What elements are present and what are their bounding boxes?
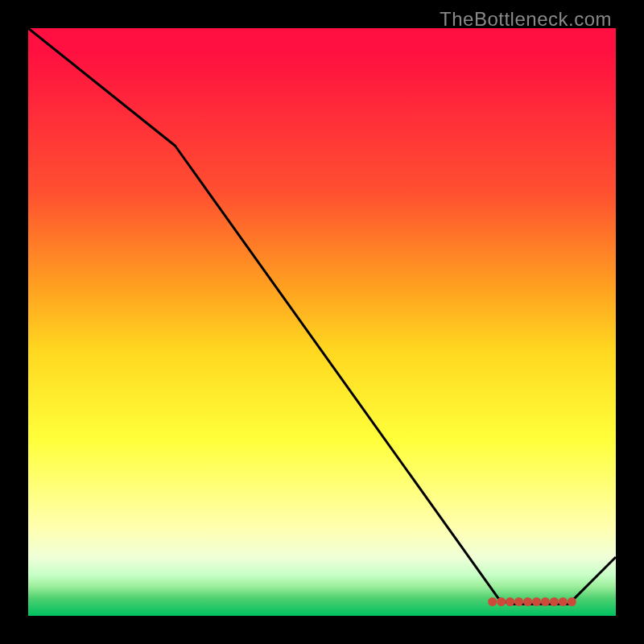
- optimum-marker: [550, 597, 559, 606]
- optimum-marker: [497, 597, 506, 606]
- optimum-marker: [514, 597, 523, 606]
- optimum-marker: [532, 597, 541, 606]
- optimum-marker: [559, 597, 568, 606]
- optimum-marker: [541, 597, 550, 606]
- optimum-marker: [506, 597, 514, 606]
- chart-frame: TheBottleneck.com: [0, 0, 644, 644]
- plot-area: [28, 28, 616, 616]
- curve-path: [28, 28, 616, 604]
- bottleneck-curve: [28, 28, 616, 616]
- optimum-marker: [523, 597, 532, 606]
- watermark-text: TheBottleneck.com: [440, 8, 612, 31]
- optimum-marker: [488, 597, 497, 606]
- optimum-marker: [568, 597, 576, 606]
